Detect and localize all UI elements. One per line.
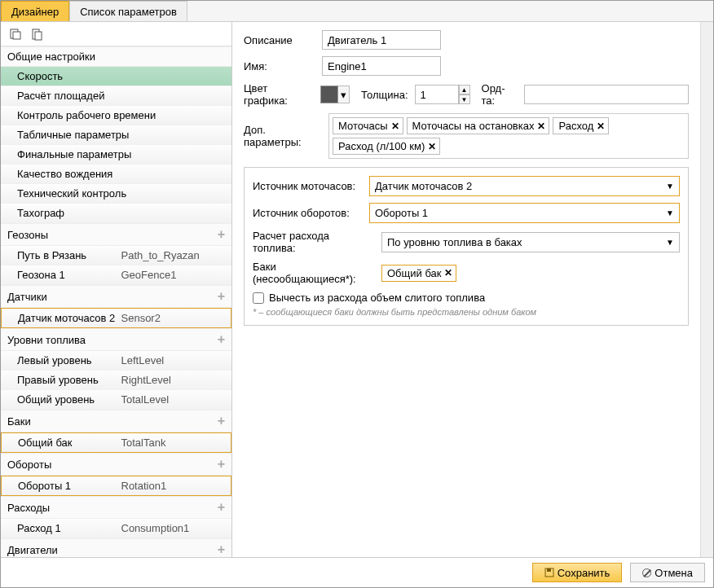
close-icon[interactable]: ✕	[444, 267, 452, 279]
chip-tank[interactable]: Общий бак✕	[381, 265, 456, 282]
item-area-calc[interactable]: Расчёт площадей	[1, 86, 231, 106]
select-value: По уровню топлива в баках	[387, 236, 522, 248]
spin-up-icon[interactable]: ▲	[459, 85, 470, 94]
ord-label: Орд-та:	[482, 82, 518, 107]
close-icon[interactable]: ✕	[597, 121, 605, 132]
item-label: Качество вождения	[17, 168, 225, 180]
item-tabular[interactable]: Табличные параметры	[1, 125, 231, 145]
group-label: Двигатели	[7, 544, 58, 556]
name-label: Имя:	[244, 60, 315, 72]
plus-icon[interactable]: +	[218, 227, 225, 242]
footer: Сохранить Отмена	[1, 558, 713, 587]
engine-section: Источник моточасов: Датчик моточасов 2▼ …	[244, 167, 689, 326]
item-label: Технический контроль	[17, 187, 225, 200]
close-icon[interactable]: ✕	[428, 141, 436, 152]
cancel-button[interactable]: Отмена	[630, 563, 705, 582]
group-geozones: Геозоны+	[1, 223, 231, 246]
plus-icon[interactable]: +	[218, 457, 225, 472]
plus-icon[interactable]: +	[218, 414, 225, 428]
chip-motohours[interactable]: Моточасы✕	[333, 117, 403, 134]
fuel-calc-select[interactable]: По уровню топлива в баках▼	[381, 232, 680, 252]
close-icon[interactable]: ✕	[537, 121, 545, 132]
color-dropdown[interactable]: ▾	[338, 86, 350, 103]
group-rpm: Обороты+	[1, 453, 231, 476]
ord-input[interactable]	[524, 85, 689, 104]
plus-icon[interactable]: +	[218, 289, 225, 304]
chip-consump[interactable]: Расход✕	[553, 117, 609, 134]
plus-icon[interactable]: +	[218, 332, 225, 347]
group-sensors: Датчики+	[1, 285, 231, 308]
form-panel: Описание Имя: Цвет графика: ▾ Толщина: ▲	[232, 22, 700, 557]
save-button[interactable]: Сохранить	[532, 563, 623, 582]
group-consump: Расходы+	[1, 496, 231, 519]
desc-label: Описание	[244, 34, 315, 46]
item-id: LeftLevel	[121, 354, 226, 366]
item-final[interactable]: Финальные параметры	[1, 145, 231, 165]
subtract-checkbox[interactable]	[253, 292, 264, 304]
item-speed[interactable]: Скорость	[1, 67, 231, 86]
item-sensor-hours[interactable]: Датчик моточасов 2Sensor2	[1, 308, 231, 328]
name-input[interactable]	[322, 56, 441, 76]
item-id: Consumption1	[121, 522, 226, 534]
plus-icon[interactable]: +	[218, 542, 225, 557]
item-label: Обороты 1	[18, 480, 121, 492]
src-rpm-select[interactable]: Обороты 1▼	[369, 203, 680, 223]
item-gz-path[interactable]: Путь в РязаньPath_to_Ryazan	[1, 246, 231, 265]
tab-designer[interactable]: Дизайнер	[1, 1, 69, 21]
group-fuel-levels: Уровни топлива+	[1, 328, 231, 351]
item-fl-right[interactable]: Правый уровеньRightLevel	[1, 371, 231, 390]
color-swatch[interactable]	[320, 86, 338, 103]
tab-params[interactable]: Список параметров	[69, 1, 187, 21]
close-icon[interactable]: ✕	[391, 121, 399, 132]
checkbox-label: Вычесть из расхода объем слитого топлива	[269, 292, 485, 304]
group-label: Геозоны	[7, 229, 48, 241]
item-tech[interactable]: Технический контроль	[1, 184, 231, 204]
group-label: Датчики	[7, 291, 47, 303]
thickness-input[interactable]	[415, 85, 459, 104]
group-engines: Двигатели+	[1, 538, 231, 557]
chevron-down-icon: ▼	[666, 238, 674, 247]
sidebar-toolbar	[1, 22, 231, 46]
src-hours-select[interactable]: Датчик моточасов 2▼	[369, 176, 680, 196]
item-work-time[interactable]: Контроль рабочего времени	[1, 106, 231, 125]
item-gz-zone[interactable]: Геозона 1GeoFence1	[1, 265, 231, 285]
select-value: Обороты 1	[375, 207, 428, 219]
thickness-label: Толщина:	[361, 89, 408, 101]
item-fl-left[interactable]: Левый уровеньLeftLevel	[1, 351, 231, 371]
fuel-calc-label: Расчет расхода топлива:	[253, 230, 375, 254]
addl-label: Доп. параметры:	[244, 124, 324, 148]
cancel-icon	[642, 568, 651, 577]
item-id: Rotation1	[121, 480, 225, 492]
group-label: Уровни топлива	[7, 334, 86, 346]
item-rpm1[interactable]: Обороты 1Rotation1	[1, 476, 231, 496]
chips-container[interactable]: Моточасы✕ Моточасы на остановках✕ Расход…	[328, 113, 689, 159]
group-tanks: Баки+	[1, 410, 231, 432]
group-general-settings: Общие настройки	[1, 46, 231, 67]
chip-motohours-stop[interactable]: Моточасы на остановках✕	[407, 117, 550, 134]
src-hours-label: Источник моточасов:	[253, 180, 363, 192]
svg-rect-3	[35, 32, 42, 40]
item-label: Скорость	[17, 70, 225, 82]
item-fl-total[interactable]: Общий уровеньTotalLevel	[1, 390, 231, 410]
item-tank-total[interactable]: Общий бакTotalTank	[1, 432, 231, 453]
item-driving[interactable]: Качество вождения	[1, 165, 231, 184]
item-label: Табличные параметры	[17, 129, 225, 141]
plus-icon[interactable]: +	[218, 500, 225, 515]
hint-text: * – сообщающиеся баки должны быть предст…	[253, 307, 680, 317]
desc-input[interactable]	[322, 30, 441, 50]
item-id: Path_to_Ryazan	[121, 249, 226, 261]
item-cons1[interactable]: Расход 1Consumption1	[1, 519, 231, 538]
group-label: Баки	[7, 415, 31, 428]
copy-icon[interactable]	[7, 26, 24, 42]
chip-label: Расход	[558, 120, 593, 132]
button-label: Сохранить	[558, 567, 610, 579]
item-tacho[interactable]: Тахограф	[1, 204, 231, 223]
item-label: Общий бак	[18, 437, 121, 449]
item-label: Путь в Рязань	[17, 249, 121, 261]
chip-consump-100[interactable]: Расход (л/100 км)✕	[333, 138, 440, 155]
paste-icon[interactable]	[29, 26, 45, 42]
scrollbar[interactable]	[700, 22, 713, 557]
item-label: Левый уровень	[17, 354, 121, 366]
chip-label: Моточасы на остановках	[412, 120, 535, 132]
spin-down-icon[interactable]: ▼	[459, 94, 470, 104]
